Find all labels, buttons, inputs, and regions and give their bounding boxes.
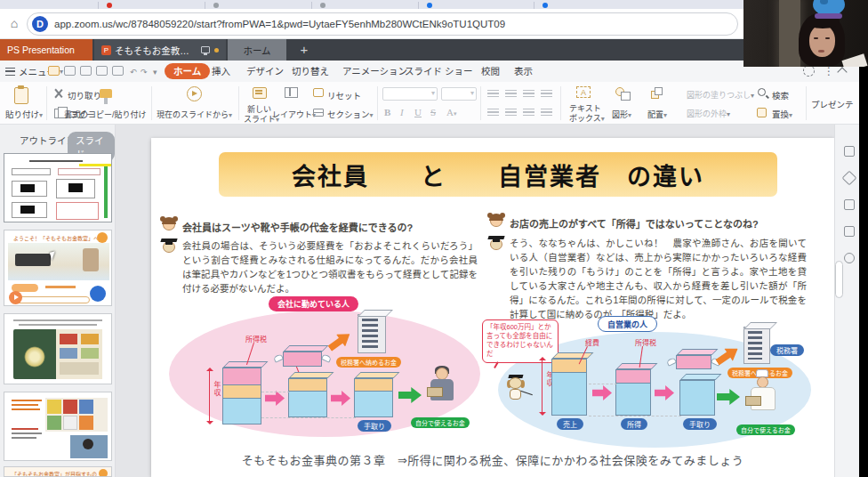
text-box-button-line2[interactable]: ボックス (569, 112, 605, 124)
employee-answer[interactable]: 会社員の場合は、そういう必要経費を「おおよそこれくらいだろう」という割合で経費と… (182, 239, 478, 296)
slide-thumbnail-4[interactable] (4, 392, 112, 461)
ribbon-tab-view[interactable]: 表示 (514, 63, 533, 79)
reset-button[interactable]: リセット (327, 89, 361, 101)
replace-button[interactable]: 置換 (772, 108, 792, 120)
webcam-video-overlay[interactable] (743, 0, 868, 67)
effects-icon[interactable] (842, 171, 857, 186)
align-center-icon[interactable] (505, 109, 517, 117)
ribbon-tab-design[interactable]: デザイン (246, 63, 284, 79)
shape-outline-button[interactable]: 図形の外枠 (687, 108, 730, 119)
more-tools-icon[interactable]: ▾ (153, 68, 157, 77)
new-tab-button[interactable]: + (295, 41, 313, 59)
employee-person (427, 366, 457, 416)
ribbon-tab-insert[interactable]: 挿入 (212, 63, 230, 79)
slide-thumbnail-1[interactable] (4, 153, 112, 222)
tab-home[interactable]: ホーム (228, 39, 286, 61)
thumbnail-play-button[interactable] (9, 291, 22, 304)
from-current-slide-button[interactable]: 現在のスライドから (157, 109, 232, 120)
employee-question[interactable]: 会社員はスーツや靴や手帳の代金を経費にできるの? (182, 220, 413, 234)
paste-icon[interactable] (14, 87, 28, 104)
favicon (320, 3, 326, 8)
ppt-file-icon: P (101, 45, 111, 55)
underline-button[interactable]: U (414, 107, 422, 117)
redo-icon[interactable]: ↷ (141, 68, 148, 77)
paste-button[interactable]: 貼り付け (5, 108, 43, 120)
settings-sliders-icon[interactable] (844, 226, 855, 237)
shapes-icon (615, 87, 624, 96)
export-icon[interactable] (80, 66, 92, 76)
tab-separator (534, 2, 534, 9)
tab-separator (311, 2, 312, 9)
arrange-button[interactable]: 配置 (647, 109, 667, 120)
self-employed-badge: 自営業の人 (598, 316, 657, 332)
print-icon[interactable] (96, 66, 108, 76)
ribbon-tab-animation[interactable]: アニメーション (342, 63, 407, 79)
self-employed-answer[interactable]: そう、ななちゃんは、かしこいね！ 農家や漁師さん、お店を開いている人（自営業者）… (510, 237, 807, 322)
ribbon-tab-review[interactable]: 校閲 (481, 63, 500, 79)
slide-title-banner[interactable]: 会社員 と 自営業者 の違い (219, 152, 777, 197)
italic-button[interactable]: I (400, 107, 404, 117)
bold-button[interactable]: B (384, 107, 390, 117)
ribbon-tab-slideshow[interactable]: スライド ショー (405, 63, 472, 79)
thumbnail-yellow-highlight (79, 164, 112, 166)
tax-office-badge: 税務署 (770, 344, 804, 356)
font-color-button[interactable]: A▾ (446, 107, 456, 117)
slide-thumbnail-2[interactable]: ようこそ！「そもそもお金教室」へ (4, 230, 112, 306)
strikethrough-button[interactable]: S (430, 107, 436, 117)
stack-take-home (679, 380, 715, 416)
slideshow-pane-icon[interactable] (844, 199, 855, 210)
print-preview-icon[interactable] (112, 66, 124, 76)
slide-editor-canvas[interactable]: 会社員 と 自営業者 の違い 会社員はスーツや靴や手帳の代金を経費にできるの? … (116, 125, 834, 477)
stack-after-tax (288, 378, 327, 417)
search-button[interactable]: 検索 (772, 89, 789, 101)
indent-increase-icon[interactable] (541, 90, 552, 99)
income-badge: 所得 (621, 418, 647, 430)
vertical-scrollbar-thumb[interactable] (835, 261, 843, 298)
align-left-icon[interactable] (487, 109, 499, 117)
wps-tab-bar: PS Presentation P そもそもお金教室レジメ27所得と投資 ホーム… (0, 39, 859, 61)
tab-document[interactable]: P そもそもお金教室レジメ27所得と投資 (94, 39, 226, 61)
text-box-icon: A (576, 86, 591, 98)
undo-icon[interactable]: ↶ (130, 68, 137, 77)
slide-thumbnail-5[interactable]: 「そもそもお金教室」が目指すもの (4, 466, 112, 477)
presentation-panel-tab[interactable]: プレゼンテ (811, 98, 854, 110)
align-right-icon[interactable] (523, 109, 534, 117)
shapes-button[interactable]: 図形 (612, 109, 631, 120)
slide-panel: アウトライン スライド ようこそ！「そもそもお金教室」へ (0, 125, 116, 477)
ribbon-tab-home[interactable]: ホーム (165, 63, 210, 79)
numbering-icon[interactable] (505, 90, 517, 99)
format-painter-button[interactable]: 書式のコピー/貼り付け (64, 109, 147, 120)
indent-decrease-icon[interactable] (523, 90, 534, 99)
employee-diagram[interactable]: 会社に勤めている人 年収 所得税 経費 (169, 296, 480, 446)
more-menu-icon[interactable]: ⋮ (824, 65, 834, 77)
font-size-select[interactable] (441, 87, 477, 101)
collapse-ribbon-icon[interactable] (837, 67, 847, 77)
stack-income (615, 369, 651, 416)
home-icon[interactable] (7, 16, 21, 30)
layout-button[interactable]: レイアウト (272, 109, 316, 120)
slide[interactable]: 会社員 と 自営業者 の違い 会社員はスーツや靴や手帳の代金を経費にできるの? … (151, 138, 834, 477)
font-family-select[interactable] (382, 87, 438, 101)
address-bar[interactable]: D app.zoom.us/wc/87848059220/start?fromP… (27, 12, 738, 36)
open-file-icon[interactable] (48, 66, 60, 76)
tax-office-building (358, 314, 386, 353)
tab-wps-presentation[interactable]: PS Presentation (0, 39, 92, 61)
section-button[interactable]: セクション (327, 108, 374, 120)
unsaved-dot-icon (214, 48, 219, 53)
cut-button[interactable]: 切り取り (68, 89, 101, 101)
copy-icon (54, 109, 62, 118)
bullets-icon[interactable] (487, 90, 499, 99)
history-icon[interactable] (844, 253, 855, 263)
browser-tab-strip[interactable] (0, 0, 859, 9)
self-employed-diagram[interactable]: 自営業の人 「年収600万円」とか言っても全部を自由にできるわけじゃないんだ 年… (482, 314, 816, 455)
shape-fill-button[interactable]: 図形の塗りつぶし (687, 89, 754, 101)
sales-badge: 売上 (557, 418, 583, 430)
slide-thumbnail-3[interactable] (4, 313, 112, 384)
self-employed-question[interactable]: お店の売上のがすべて「所得」ではないってことなのね? (510, 216, 759, 230)
ribbon-tab-transition[interactable]: 切り替え (292, 63, 329, 79)
save-icon[interactable] (64, 66, 76, 76)
layers-icon[interactable] (844, 146, 855, 157)
line-spacing-icon[interactable] (541, 109, 552, 117)
section-icon (313, 109, 324, 117)
slide-footer-note[interactable]: そもそもお金事典の第３章 ⇒所得に関わる税金、保障にかかわる社会保険をみてみまし… (151, 451, 834, 468)
